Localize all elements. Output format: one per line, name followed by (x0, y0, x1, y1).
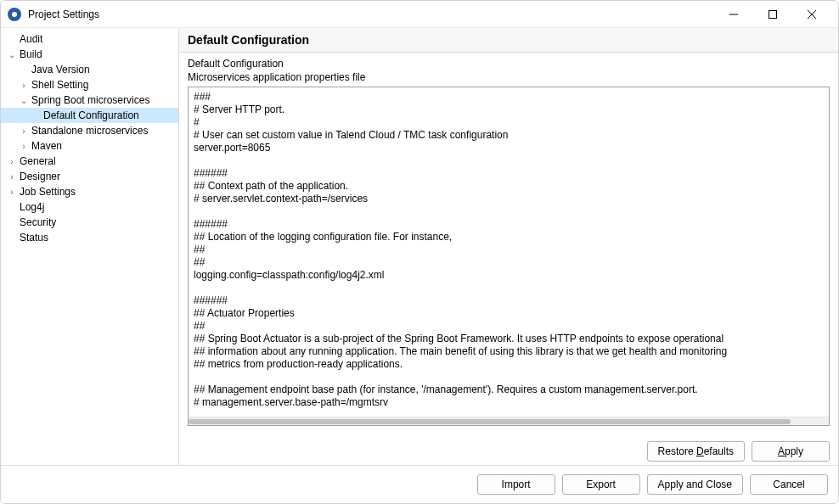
restore-defaults-button[interactable]: Restore Defaults (647, 441, 745, 462)
tree-item[interactable]: ⌄Build (1, 47, 178, 62)
chevron-right-icon[interactable]: › (6, 157, 18, 166)
tree-item-label: Audit (18, 33, 42, 45)
dialog-buttons: Import Export Apply and Close Cancel (1, 465, 838, 503)
button-label: Apply (778, 445, 803, 457)
tree-item-label: Status (18, 232, 48, 244)
button-label: Export (586, 479, 616, 490)
tree-item[interactable]: ›General (1, 154, 178, 169)
tree-item[interactable]: ⌄Spring Boot microservices (1, 92, 178, 108)
apply-button[interactable]: Apply (752, 441, 830, 462)
tree-item[interactable]: ·Status (1, 230, 178, 245)
tree-item[interactable]: ›Job Settings (1, 184, 178, 199)
tree-item[interactable]: ·Java Version (1, 62, 178, 77)
tree-item[interactable]: ›Standalone microservices (1, 123, 178, 138)
tree-item[interactable]: ·Security (1, 215, 178, 230)
titlebar: Project Settings (1, 1, 838, 28)
tree-item-label: Security (18, 216, 56, 228)
tree-item-label: Designer (18, 171, 60, 182)
tree-item-label: Build (18, 48, 42, 60)
tree-item-label: Job Settings (18, 186, 76, 198)
tree-item-label: Standalone microservices (30, 125, 148, 137)
tree-item-label: Log4j (18, 201, 44, 213)
horizontal-scrollbar-thumb[interactable] (189, 419, 791, 424)
button-label: Import (502, 479, 531, 490)
chevron-right-icon[interactable]: › (18, 81, 30, 90)
export-button[interactable]: Export (562, 474, 640, 495)
close-button[interactable] (792, 2, 831, 27)
app-icon (8, 8, 21, 21)
tree-item-label: Shell Setting (30, 79, 88, 91)
chevron-right-icon[interactable]: › (6, 188, 18, 197)
cancel-button[interactable]: Cancel (750, 474, 828, 495)
tree-item[interactable]: ›Designer (1, 169, 178, 184)
chevron-down-icon[interactable]: ⌄ (18, 96, 30, 105)
panel-header: Default Configuration (179, 28, 838, 53)
tree-item[interactable]: ›Shell Setting (1, 77, 178, 92)
chevron-right-icon[interactable]: › (6, 172, 18, 182)
properties-editor-wrap: ### # Server HTTP port. # # User can set… (188, 87, 830, 426)
tree-item[interactable]: ›Maven (1, 138, 178, 154)
button-label: Apply and Close (658, 479, 732, 490)
chevron-right-icon[interactable]: › (18, 142, 30, 151)
settings-panel: Default Configuration Default Configurat… (179, 28, 838, 465)
properties-editor[interactable]: ### # Server HTTP port. # # User can set… (189, 87, 829, 417)
window-title: Project Settings (28, 8, 714, 20)
tree-item-label: Maven (30, 140, 62, 152)
svg-rect-1 (769, 10, 777, 18)
chevron-right-icon[interactable]: › (18, 126, 30, 136)
import-button[interactable]: Import (477, 474, 555, 495)
panel-subheading: Default Configuration (188, 58, 830, 70)
panel-actions: Restore Defaults Apply (179, 433, 838, 465)
tree-item-label: Default Configuration (42, 109, 139, 121)
apply-and-close-button[interactable]: Apply and Close (647, 474, 743, 495)
button-label: Restore Defaults (658, 445, 734, 457)
tree-item-label: General (18, 155, 56, 167)
maximize-button[interactable] (753, 2, 792, 27)
window-controls (714, 2, 831, 27)
panel-description: Microservices application properties fil… (188, 71, 830, 83)
minimize-button[interactable] (714, 2, 753, 27)
panel-body: Default Configuration Microservices appl… (179, 53, 838, 433)
tree-item-label: Spring Boot microservices (30, 94, 149, 106)
tree-item[interactable]: ·Log4j (1, 199, 178, 215)
horizontal-scrollbar[interactable] (189, 417, 829, 425)
tree-item[interactable]: ·Audit (1, 31, 178, 47)
button-label: Cancel (773, 479, 804, 490)
content-area: ·Audit⌄Build·Java Version›Shell Setting⌄… (1, 28, 838, 465)
chevron-down-icon[interactable]: ⌄ (6, 50, 18, 59)
tree-item-label: Java Version (30, 64, 90, 76)
tree-item[interactable]: ·Default Configuration (1, 108, 178, 123)
settings-tree[interactable]: ·Audit⌄Build·Java Version›Shell Setting⌄… (1, 28, 179, 465)
